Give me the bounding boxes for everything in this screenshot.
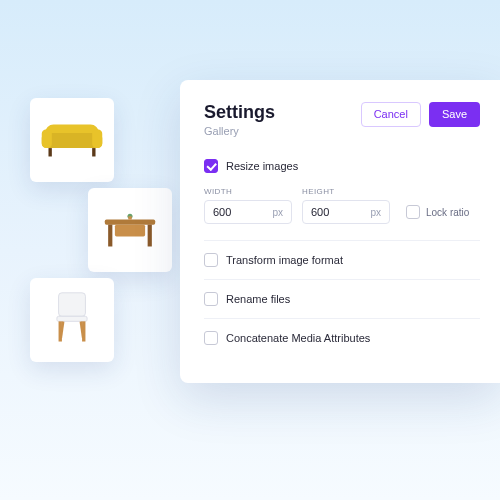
width-value: 600 (213, 206, 231, 218)
svg-rect-5 (92, 148, 95, 156)
svg-rect-12 (59, 293, 86, 317)
option-concatenate-media[interactable]: Concatenate Media Attributes (204, 318, 480, 357)
option-label: Transform image format (226, 254, 343, 266)
option-label: Rename files (226, 293, 290, 305)
thumbnail-table[interactable] (88, 188, 172, 272)
width-input[interactable]: 600 px (204, 200, 292, 224)
resize-images-label: Resize images (226, 160, 298, 172)
thumbnail-chair[interactable] (30, 278, 114, 362)
svg-rect-3 (92, 130, 102, 148)
svg-rect-2 (42, 130, 52, 148)
option-label: Concatenate Media Attributes (226, 332, 370, 344)
option-checkbox[interactable] (204, 253, 218, 267)
settings-panel: Settings Gallery Cancel Save Resize imag… (180, 80, 500, 383)
chair-icon (30, 278, 114, 362)
option-transform-format[interactable]: Transform image format (204, 240, 480, 279)
options-list: Transform image format Rename files Conc… (204, 240, 480, 357)
svg-rect-11 (128, 216, 131, 219)
option-rename-files[interactable]: Rename files (204, 279, 480, 318)
lock-ratio-checkbox[interactable] (406, 205, 420, 219)
height-input[interactable]: 600 px (302, 200, 390, 224)
panel-header: Settings Gallery Cancel Save (204, 102, 480, 137)
svg-rect-8 (108, 225, 112, 247)
panel-title: Settings (204, 102, 275, 123)
svg-rect-6 (105, 220, 155, 225)
resize-section: Resize images WIDTH 600 px HEIGHT 600 px… (204, 159, 480, 224)
svg-rect-4 (48, 148, 51, 156)
cancel-button[interactable]: Cancel (361, 102, 421, 127)
height-label: HEIGHT (302, 187, 390, 196)
resize-images-checkbox[interactable] (204, 159, 218, 173)
svg-rect-13 (57, 316, 87, 321)
svg-rect-9 (148, 225, 152, 247)
table-icon (88, 188, 172, 272)
option-checkbox[interactable] (204, 331, 218, 345)
lock-ratio-label: Lock ratio (426, 207, 469, 218)
height-unit: px (370, 207, 381, 218)
sofa-icon (30, 98, 114, 182)
save-button[interactable]: Save (429, 102, 480, 127)
width-label: WIDTH (204, 187, 292, 196)
height-value: 600 (311, 206, 329, 218)
panel-subtitle: Gallery (204, 125, 275, 137)
svg-rect-7 (115, 225, 145, 237)
option-checkbox[interactable] (204, 292, 218, 306)
width-unit: px (272, 207, 283, 218)
thumbnail-sofa[interactable] (30, 98, 114, 182)
